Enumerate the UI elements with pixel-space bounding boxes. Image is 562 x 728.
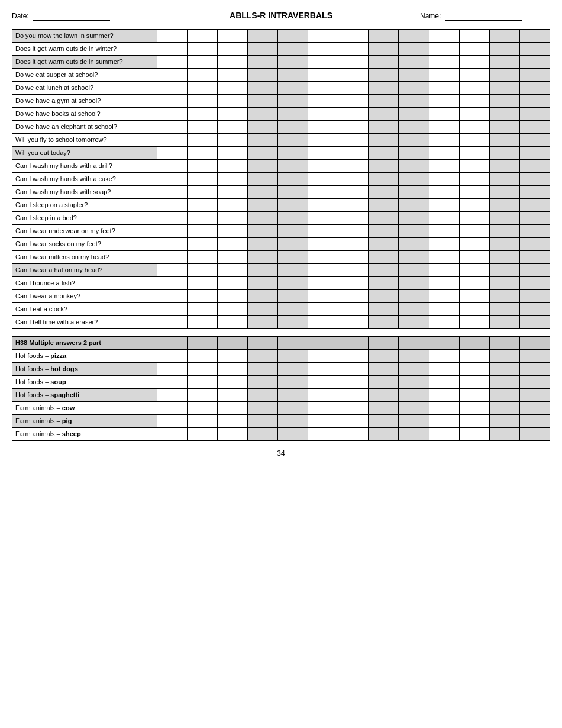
data-cell xyxy=(187,147,217,160)
data-cell xyxy=(519,316,550,329)
data-cell xyxy=(489,160,519,173)
row-label: Can I wear mittens on my head? xyxy=(12,251,157,264)
data-cell xyxy=(217,147,247,160)
data-cell xyxy=(338,95,369,108)
data-cell xyxy=(459,212,489,225)
data-cell xyxy=(278,69,308,82)
data-cell xyxy=(519,95,550,108)
data-cell xyxy=(278,212,308,225)
data-cell xyxy=(338,316,369,329)
data-cell xyxy=(429,134,459,147)
data-cell xyxy=(338,134,369,147)
data-cell xyxy=(369,95,399,108)
data-cell xyxy=(519,173,550,186)
data-cell xyxy=(217,173,247,186)
data-cell xyxy=(187,43,217,56)
data-cell xyxy=(308,238,338,251)
data-cell xyxy=(399,225,429,238)
data-cell xyxy=(369,316,399,329)
data-cell xyxy=(489,376,519,389)
data-cell xyxy=(489,121,519,134)
data-cell xyxy=(187,316,217,329)
data-cell xyxy=(519,82,550,95)
data-cell xyxy=(157,95,187,108)
data-cell xyxy=(369,238,399,251)
row-label: Can I wear underwear on my feet? xyxy=(12,225,157,238)
row-label: Do we eat supper at school? xyxy=(12,69,157,82)
data-cell xyxy=(248,303,278,316)
row-label: Do we have an elephant at school? xyxy=(12,121,157,134)
data-cell xyxy=(187,212,217,225)
data-cell xyxy=(489,212,519,225)
data-cell xyxy=(459,264,489,277)
data-cell xyxy=(157,56,187,69)
row-label: Can I wash my hands with soap? xyxy=(12,186,157,199)
data-cell xyxy=(429,428,459,441)
data-cell xyxy=(187,238,217,251)
data-cell xyxy=(278,290,308,303)
data-cell xyxy=(459,251,489,264)
data-cell xyxy=(248,428,278,441)
data-cell xyxy=(187,69,217,82)
data-cell xyxy=(217,160,247,173)
data-cell xyxy=(429,108,459,121)
data-cell xyxy=(338,199,369,212)
data-cell xyxy=(157,290,187,303)
data-cell xyxy=(489,56,519,69)
row-label: Hot foods – pizza xyxy=(12,350,157,363)
row-label: Hot foods – hot dogs xyxy=(12,363,157,376)
data-cell xyxy=(217,415,247,428)
data-cell xyxy=(459,56,489,69)
data-cell xyxy=(338,428,369,441)
data-cell xyxy=(338,337,369,350)
data-cell xyxy=(248,264,278,277)
data-cell xyxy=(459,363,489,376)
data-cell xyxy=(519,186,550,199)
data-cell xyxy=(308,363,338,376)
row-label: Farm animals – cow xyxy=(12,402,157,415)
data-cell xyxy=(429,402,459,415)
data-cell xyxy=(399,337,429,350)
data-cell xyxy=(157,415,187,428)
data-cell xyxy=(369,290,399,303)
data-cell xyxy=(157,121,187,134)
data-cell xyxy=(429,212,459,225)
data-cell xyxy=(187,30,217,43)
data-cell xyxy=(278,199,308,212)
data-cell xyxy=(248,108,278,121)
data-cell xyxy=(157,350,187,363)
data-cell xyxy=(459,402,489,415)
data-cell xyxy=(217,225,247,238)
data-cell xyxy=(369,147,399,160)
data-cell xyxy=(157,376,187,389)
data-cell xyxy=(489,389,519,402)
data-cell xyxy=(217,199,247,212)
data-cell xyxy=(459,121,489,134)
data-cell xyxy=(217,69,247,82)
data-cell xyxy=(489,277,519,290)
data-cell xyxy=(217,43,247,56)
data-cell xyxy=(308,264,338,277)
data-cell xyxy=(157,147,187,160)
data-cell xyxy=(369,363,399,376)
data-cell xyxy=(187,173,217,186)
data-cell xyxy=(248,290,278,303)
data-cell xyxy=(248,337,278,350)
data-cell xyxy=(248,69,278,82)
data-cell xyxy=(157,337,187,350)
data-cell xyxy=(429,337,459,350)
data-cell xyxy=(308,82,338,95)
data-cell xyxy=(248,95,278,108)
data-cell xyxy=(369,389,399,402)
data-cell xyxy=(248,238,278,251)
data-cell xyxy=(489,337,519,350)
data-cell xyxy=(217,56,247,69)
data-cell xyxy=(278,277,308,290)
data-cell xyxy=(157,186,187,199)
data-cell xyxy=(308,199,338,212)
data-cell xyxy=(459,225,489,238)
data-cell xyxy=(399,290,429,303)
data-cell xyxy=(369,376,399,389)
data-cell xyxy=(489,316,519,329)
data-cell xyxy=(369,56,399,69)
